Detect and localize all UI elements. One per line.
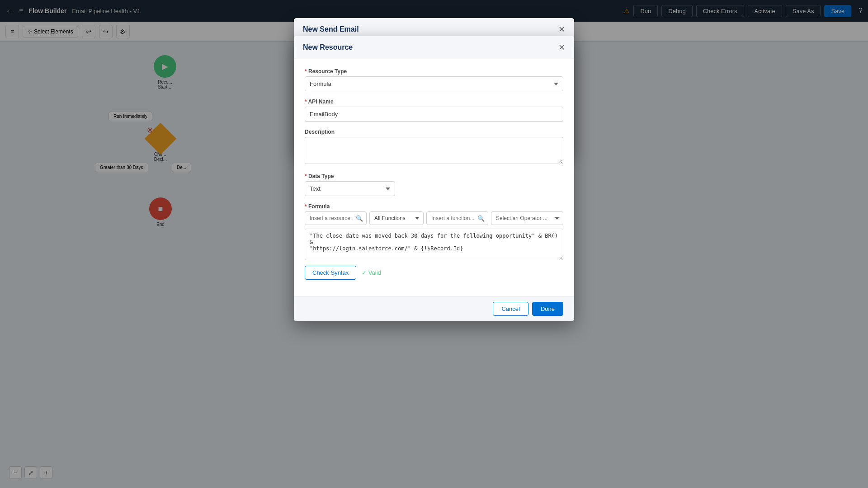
new-resource-header: New Resource ✕: [294, 36, 574, 59]
new-resource-close-button[interactable]: ✕: [558, 42, 565, 52]
description-input[interactable]: [305, 137, 563, 164]
description-label: Description: [305, 129, 563, 135]
function-search-icon: 🔍: [477, 215, 485, 222]
send-email-modal-title: New Send Email: [303, 25, 359, 33]
formula-group: Formula 🔍 All Functions 🔍: [305, 203, 563, 280]
formula-controls-row: 🔍 All Functions 🔍 Select an Operator ..: [305, 211, 563, 225]
send-email-close-button[interactable]: ✕: [558, 24, 565, 34]
syntax-row: Check Syntax ✓ Valid: [305, 266, 563, 280]
new-resource-title: New Resource: [303, 43, 353, 52]
operator-wrap: Select an Operator ...: [491, 211, 563, 225]
api-name-group: API Name: [305, 99, 563, 122]
insert-resource-wrap: 🔍: [305, 211, 367, 225]
data-type-label: Data Type: [305, 173, 563, 179]
functions-select[interactable]: All Functions: [369, 211, 424, 225]
data-type-select[interactable]: Text: [305, 181, 395, 196]
new-resource-body: Resource Type Formula API Name Descripti…: [294, 59, 574, 296]
data-type-wrap: Text: [305, 181, 395, 196]
resource-search-icon: 🔍: [356, 215, 363, 222]
new-resource-done-button[interactable]: Done: [532, 302, 563, 316]
operator-select[interactable]: Select an Operator ...: [491, 211, 563, 225]
data-type-group: Data Type Text: [305, 173, 563, 196]
check-syntax-button[interactable]: Check Syntax: [305, 266, 356, 280]
resource-type-select[interactable]: Formula: [305, 76, 563, 91]
description-group: Description: [305, 129, 563, 166]
valid-label: ✓ Valid: [362, 269, 381, 276]
functions-wrap: All Functions: [369, 211, 424, 225]
new-resource-footer: Cancel Done: [294, 296, 574, 321]
api-name-input[interactable]: [305, 107, 563, 122]
new-resource-cancel-button[interactable]: Cancel: [493, 302, 528, 316]
formula-label: Formula: [305, 203, 563, 210]
resource-type-group: Resource Type Formula: [305, 68, 563, 91]
insert-function-wrap: 🔍: [426, 211, 488, 225]
resource-type-label: Resource Type: [305, 68, 563, 75]
formula-textarea[interactable]: "The close date was moved back 30 days f…: [305, 229, 563, 260]
new-resource-modal: New Resource ✕ Resource Type Formula API…: [294, 36, 574, 321]
api-name-label: API Name: [305, 99, 563, 105]
